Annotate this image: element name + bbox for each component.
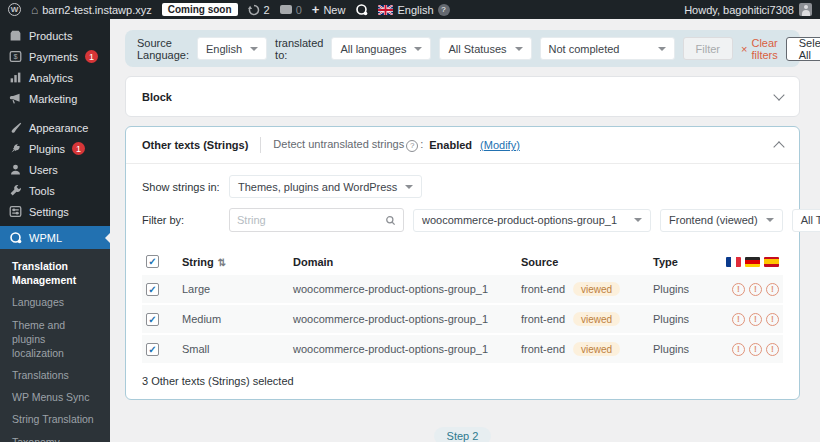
table-row: ✓ Large woocommerce-product-options-grou… <box>142 275 783 305</box>
column-languages <box>715 257 779 267</box>
source-value: front-end <box>521 283 565 295</box>
status-select[interactable]: All Statuses <box>439 37 531 60</box>
sidebar-item-label: WPML <box>29 232 62 244</box>
submenu-wp-menus-sync[interactable]: WP Menus Sync <box>0 386 110 408</box>
sidebar-item-label: Plugins <box>29 143 65 155</box>
submenu-translation-management[interactable]: Translation Management <box>0 255 110 291</box>
completion-select[interactable]: Not completed <box>540 37 675 60</box>
sidebar-separator <box>0 109 110 117</box>
chevron-down-icon <box>634 218 642 226</box>
wordpress-logo-icon[interactable]: W <box>8 3 21 16</box>
account-menu[interactable]: Howdy, bagohitici7308 <box>684 3 812 16</box>
column-string[interactable]: String⇅ <box>182 256 293 268</box>
wpml-adminbar-menu[interactable] <box>355 3 368 16</box>
sidebar-item-users[interactable]: Users <box>0 159 110 180</box>
chevron-down-icon[interactable] <box>773 89 784 100</box>
translation-status-icon[interactable]: ! <box>732 283 745 296</box>
sidebar-item-products[interactable]: Products <box>0 25 110 46</box>
sidebar-item-appearance[interactable]: Appearance <box>0 117 110 138</box>
language-switcher[interactable]: English ? <box>378 4 449 16</box>
sidebar-item-label: Tools <box>29 185 55 197</box>
submenu-string-translation[interactable]: String Translation <box>0 408 110 430</box>
strings-panel-controls: Show strings in: Themes, plugins and Wor… <box>126 164 799 246</box>
row-checkbox[interactable]: ✓ <box>146 283 159 296</box>
sidebar-item-wpml[interactable]: WPML <box>0 226 110 249</box>
sidebar-item-marketing[interactable]: Marketing <box>0 88 110 109</box>
translation-status-icon[interactable]: ! <box>749 343 762 356</box>
modify-link[interactable]: (Modify) <box>480 139 520 151</box>
row-checkbox[interactable]: ✓ <box>146 343 159 356</box>
translation-status-icon[interactable]: ! <box>766 313 779 326</box>
language-help-badge: ? <box>438 4 450 16</box>
sidebar-item-tools[interactable]: Tools <box>0 180 110 201</box>
show-strings-select[interactable]: Themes, plugins and WordPress <box>229 175 422 198</box>
comments-menu[interactable]: 0 <box>280 4 302 16</box>
chevron-down-icon <box>766 218 774 226</box>
translation-status-icon[interactable]: ! <box>749 313 762 326</box>
svg-text:$: $ <box>13 52 17 61</box>
sidebar-item-label: Settings <box>29 206 69 218</box>
translation-status-icon[interactable]: ! <box>732 343 745 356</box>
help-icon[interactable]: ? <box>406 140 418 152</box>
coming-soon-badge: Coming soon <box>162 3 238 16</box>
block-panel[interactable]: Block <box>125 76 800 117</box>
string-cell: Medium <box>182 313 293 325</box>
language-label: English <box>397 4 433 16</box>
source-language-select[interactable]: English <box>197 37 267 60</box>
viewed-badge: viewed <box>573 282 620 296</box>
show-strings-label: Show strings in: <box>142 181 220 193</box>
select-all-checkbox[interactable]: ✓ <box>146 255 159 268</box>
domain-cell: woocommerce-product-options-group_1 <box>293 283 521 295</box>
block-panel-title: Block <box>142 91 172 103</box>
submenu-theme-plugins-localization[interactable]: Theme and plugins localization <box>0 314 110 365</box>
updates-menu[interactable]: 2 <box>248 4 270 16</box>
translation-status-cell: ! ! ! <box>715 343 779 356</box>
sidebar-item-analytics[interactable]: Analytics <box>0 67 110 88</box>
frontend-filter-select[interactable]: Frontend (viewed) <box>660 209 783 232</box>
translation-status-icon[interactable]: ! <box>732 313 745 326</box>
marketing-icon <box>9 92 22 105</box>
column-string-label: String <box>182 256 214 268</box>
sidebar-item-payments[interactable]: $ Payments 1 <box>0 46 110 67</box>
column-source: Source <box>521 256 653 268</box>
priority-filter-value: All Translation Priorities <box>801 214 820 226</box>
site-name-label: barn2-test.instawp.xyz <box>42 4 151 16</box>
filter-button[interactable]: Filter <box>683 37 733 60</box>
submenu-taxonomy-translation[interactable]: Taxonomy translation <box>0 431 110 442</box>
site-name-link[interactable]: ⌂ barn2-test.instawp.xyz <box>31 4 152 16</box>
detect-label-text: Detect untranslated strings <box>273 138 404 150</box>
source-language-value: English <box>206 43 242 55</box>
string-search-field <box>229 208 404 232</box>
translation-status-icon[interactable]: ! <box>749 283 762 296</box>
status-value: All Statuses <box>448 43 506 55</box>
submenu-languages[interactable]: Languages <box>0 291 110 313</box>
sidebar-item-settings[interactable]: Settings <box>0 201 110 222</box>
domain-filter-value: woocommerce-product-options-group_1 <box>422 214 617 226</box>
sidebar-item-plugins[interactable]: Plugins 1 <box>0 138 110 159</box>
sort-icon[interactable]: ⇅ <box>218 257 226 268</box>
clear-filters-link[interactable]: × Clear filters <box>741 37 778 61</box>
row-checkbox[interactable]: ✓ <box>146 313 159 326</box>
strings-table-header: ✓ String⇅ Domain Source Type <box>142 248 783 275</box>
avatar <box>799 3 812 16</box>
submenu-translations[interactable]: Translations <box>0 364 110 386</box>
completion-value: Not completed <box>549 43 620 55</box>
chevron-up-icon[interactable] <box>773 141 784 152</box>
target-language-value: All languages <box>340 43 406 55</box>
plus-icon: + <box>312 3 320 16</box>
translation-status-icon[interactable]: ! <box>766 283 779 296</box>
strings-table: ✓ String⇅ Domain Source Type ✓ Large woo… <box>142 248 783 365</box>
translated-to-label: translated to: <box>275 37 323 61</box>
translation-status-icon[interactable]: ! <box>766 343 779 356</box>
string-search-input[interactable] <box>237 214 379 226</box>
domain-filter-select[interactable]: woocommerce-product-options-group_1 <box>413 209 651 232</box>
target-language-select[interactable]: All languages <box>331 37 431 60</box>
new-content-menu[interactable]: + New <box>312 3 346 16</box>
table-row: ✓ Small woocommerce-product-options-grou… <box>142 335 783 365</box>
analytics-icon <box>9 71 22 84</box>
settings-icon <box>9 205 22 218</box>
priority-filter-select[interactable]: All Translation Priorities <box>792 209 820 232</box>
select-all-button[interactable]: Select All <box>786 37 820 61</box>
sidebar-item-label: Appearance <box>29 122 88 134</box>
french-flag-icon <box>726 257 741 267</box>
